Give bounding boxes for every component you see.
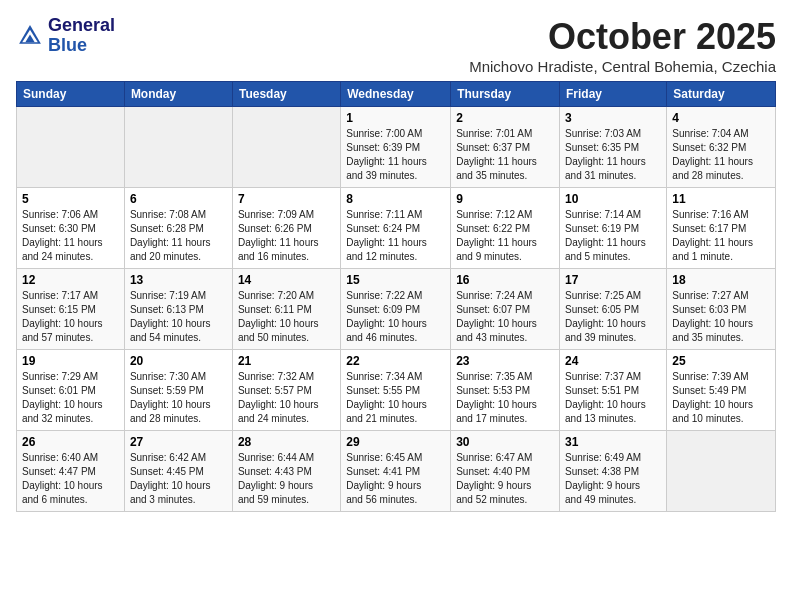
day-number: 29 xyxy=(346,435,445,449)
day-number: 31 xyxy=(565,435,661,449)
day-info: Sunrise: 7:32 AM Sunset: 5:57 PM Dayligh… xyxy=(238,370,335,426)
day-number: 22 xyxy=(346,354,445,368)
day-number: 16 xyxy=(456,273,554,287)
day-info: Sunrise: 6:49 AM Sunset: 4:38 PM Dayligh… xyxy=(565,451,661,507)
day-number: 18 xyxy=(672,273,770,287)
day-info: Sunrise: 7:19 AM Sunset: 6:13 PM Dayligh… xyxy=(130,289,227,345)
day-info: Sunrise: 7:24 AM Sunset: 6:07 PM Dayligh… xyxy=(456,289,554,345)
calendar-cell: 6Sunrise: 7:08 AM Sunset: 6:28 PM Daylig… xyxy=(124,188,232,269)
calendar-cell: 30Sunrise: 6:47 AM Sunset: 4:40 PM Dayli… xyxy=(451,431,560,512)
calendar-cell: 10Sunrise: 7:14 AM Sunset: 6:19 PM Dayli… xyxy=(560,188,667,269)
calendar-cell: 17Sunrise: 7:25 AM Sunset: 6:05 PM Dayli… xyxy=(560,269,667,350)
day-info: Sunrise: 7:30 AM Sunset: 5:59 PM Dayligh… xyxy=(130,370,227,426)
header-saturday: Saturday xyxy=(667,82,776,107)
day-number: 8 xyxy=(346,192,445,206)
day-info: Sunrise: 7:37 AM Sunset: 5:51 PM Dayligh… xyxy=(565,370,661,426)
calendar-cell: 22Sunrise: 7:34 AM Sunset: 5:55 PM Dayli… xyxy=(341,350,451,431)
day-info: Sunrise: 7:06 AM Sunset: 6:30 PM Dayligh… xyxy=(22,208,119,264)
calendar-cell: 31Sunrise: 6:49 AM Sunset: 4:38 PM Dayli… xyxy=(560,431,667,512)
day-number: 2 xyxy=(456,111,554,125)
day-info: Sunrise: 7:03 AM Sunset: 6:35 PM Dayligh… xyxy=(565,127,661,183)
header-tuesday: Tuesday xyxy=(232,82,340,107)
day-info: Sunrise: 6:47 AM Sunset: 4:40 PM Dayligh… xyxy=(456,451,554,507)
day-number: 15 xyxy=(346,273,445,287)
day-number: 3 xyxy=(565,111,661,125)
day-info: Sunrise: 7:00 AM Sunset: 6:39 PM Dayligh… xyxy=(346,127,445,183)
calendar-cell: 14Sunrise: 7:20 AM Sunset: 6:11 PM Dayli… xyxy=(232,269,340,350)
day-info: Sunrise: 7:17 AM Sunset: 6:15 PM Dayligh… xyxy=(22,289,119,345)
calendar-cell: 28Sunrise: 6:44 AM Sunset: 4:43 PM Dayli… xyxy=(232,431,340,512)
calendar-cell xyxy=(667,431,776,512)
day-number: 17 xyxy=(565,273,661,287)
day-number: 26 xyxy=(22,435,119,449)
day-number: 13 xyxy=(130,273,227,287)
header-row: SundayMondayTuesdayWednesdayThursdayFrid… xyxy=(17,82,776,107)
title-section: October 2025 Mnichovo Hradiste, Central … xyxy=(469,16,776,75)
day-info: Sunrise: 6:42 AM Sunset: 4:45 PM Dayligh… xyxy=(130,451,227,507)
calendar-cell: 7Sunrise: 7:09 AM Sunset: 6:26 PM Daylig… xyxy=(232,188,340,269)
header-thursday: Thursday xyxy=(451,82,560,107)
location-title: Mnichovo Hradiste, Central Bohemia, Czec… xyxy=(469,58,776,75)
day-number: 19 xyxy=(22,354,119,368)
calendar-cell: 4Sunrise: 7:04 AM Sunset: 6:32 PM Daylig… xyxy=(667,107,776,188)
header-friday: Friday xyxy=(560,82,667,107)
day-info: Sunrise: 7:04 AM Sunset: 6:32 PM Dayligh… xyxy=(672,127,770,183)
calendar-cell: 3Sunrise: 7:03 AM Sunset: 6:35 PM Daylig… xyxy=(560,107,667,188)
day-info: Sunrise: 7:29 AM Sunset: 6:01 PM Dayligh… xyxy=(22,370,119,426)
calendar-cell: 19Sunrise: 7:29 AM Sunset: 6:01 PM Dayli… xyxy=(17,350,125,431)
calendar-table: SundayMondayTuesdayWednesdayThursdayFrid… xyxy=(16,81,776,512)
day-number: 4 xyxy=(672,111,770,125)
header-sunday: Sunday xyxy=(17,82,125,107)
day-info: Sunrise: 6:40 AM Sunset: 4:47 PM Dayligh… xyxy=(22,451,119,507)
day-info: Sunrise: 7:09 AM Sunset: 6:26 PM Dayligh… xyxy=(238,208,335,264)
day-info: Sunrise: 7:35 AM Sunset: 5:53 PM Dayligh… xyxy=(456,370,554,426)
header-wednesday: Wednesday xyxy=(341,82,451,107)
day-info: Sunrise: 7:20 AM Sunset: 6:11 PM Dayligh… xyxy=(238,289,335,345)
calendar-cell: 15Sunrise: 7:22 AM Sunset: 6:09 PM Dayli… xyxy=(341,269,451,350)
day-number: 11 xyxy=(672,192,770,206)
week-row-5: 26Sunrise: 6:40 AM Sunset: 4:47 PM Dayli… xyxy=(17,431,776,512)
day-info: Sunrise: 7:12 AM Sunset: 6:22 PM Dayligh… xyxy=(456,208,554,264)
header: General Blue October 2025 Mnichovo Hradi… xyxy=(16,16,776,75)
calendar-cell: 25Sunrise: 7:39 AM Sunset: 5:49 PM Dayli… xyxy=(667,350,776,431)
calendar-cell: 16Sunrise: 7:24 AM Sunset: 6:07 PM Dayli… xyxy=(451,269,560,350)
day-info: Sunrise: 7:27 AM Sunset: 6:03 PM Dayligh… xyxy=(672,289,770,345)
logo-icon xyxy=(16,22,44,50)
week-row-4: 19Sunrise: 7:29 AM Sunset: 6:01 PM Dayli… xyxy=(17,350,776,431)
day-info: Sunrise: 7:16 AM Sunset: 6:17 PM Dayligh… xyxy=(672,208,770,264)
day-info: Sunrise: 7:22 AM Sunset: 6:09 PM Dayligh… xyxy=(346,289,445,345)
calendar-cell xyxy=(17,107,125,188)
week-row-1: 1Sunrise: 7:00 AM Sunset: 6:39 PM Daylig… xyxy=(17,107,776,188)
calendar-cell: 21Sunrise: 7:32 AM Sunset: 5:57 PM Dayli… xyxy=(232,350,340,431)
calendar-cell: 11Sunrise: 7:16 AM Sunset: 6:17 PM Dayli… xyxy=(667,188,776,269)
calendar-cell: 24Sunrise: 7:37 AM Sunset: 5:51 PM Dayli… xyxy=(560,350,667,431)
calendar-cell xyxy=(124,107,232,188)
calendar-cell: 5Sunrise: 7:06 AM Sunset: 6:30 PM Daylig… xyxy=(17,188,125,269)
calendar-cell: 13Sunrise: 7:19 AM Sunset: 6:13 PM Dayli… xyxy=(124,269,232,350)
day-number: 14 xyxy=(238,273,335,287)
day-number: 12 xyxy=(22,273,119,287)
day-number: 7 xyxy=(238,192,335,206)
calendar-cell: 9Sunrise: 7:12 AM Sunset: 6:22 PM Daylig… xyxy=(451,188,560,269)
day-number: 6 xyxy=(130,192,227,206)
logo: General Blue xyxy=(16,16,115,56)
calendar-cell: 2Sunrise: 7:01 AM Sunset: 6:37 PM Daylig… xyxy=(451,107,560,188)
day-info: Sunrise: 7:25 AM Sunset: 6:05 PM Dayligh… xyxy=(565,289,661,345)
calendar-cell: 27Sunrise: 6:42 AM Sunset: 4:45 PM Dayli… xyxy=(124,431,232,512)
day-info: Sunrise: 7:34 AM Sunset: 5:55 PM Dayligh… xyxy=(346,370,445,426)
day-info: Sunrise: 7:11 AM Sunset: 6:24 PM Dayligh… xyxy=(346,208,445,264)
header-monday: Monday xyxy=(124,82,232,107)
day-info: Sunrise: 6:44 AM Sunset: 4:43 PM Dayligh… xyxy=(238,451,335,507)
calendar-cell: 1Sunrise: 7:00 AM Sunset: 6:39 PM Daylig… xyxy=(341,107,451,188)
calendar-cell xyxy=(232,107,340,188)
day-info: Sunrise: 6:45 AM Sunset: 4:41 PM Dayligh… xyxy=(346,451,445,507)
day-info: Sunrise: 7:08 AM Sunset: 6:28 PM Dayligh… xyxy=(130,208,227,264)
week-row-2: 5Sunrise: 7:06 AM Sunset: 6:30 PM Daylig… xyxy=(17,188,776,269)
day-number: 24 xyxy=(565,354,661,368)
day-info: Sunrise: 7:14 AM Sunset: 6:19 PM Dayligh… xyxy=(565,208,661,264)
month-title: October 2025 xyxy=(469,16,776,58)
calendar-cell: 20Sunrise: 7:30 AM Sunset: 5:59 PM Dayli… xyxy=(124,350,232,431)
week-row-3: 12Sunrise: 7:17 AM Sunset: 6:15 PM Dayli… xyxy=(17,269,776,350)
calendar-cell: 8Sunrise: 7:11 AM Sunset: 6:24 PM Daylig… xyxy=(341,188,451,269)
calendar-cell: 29Sunrise: 6:45 AM Sunset: 4:41 PM Dayli… xyxy=(341,431,451,512)
